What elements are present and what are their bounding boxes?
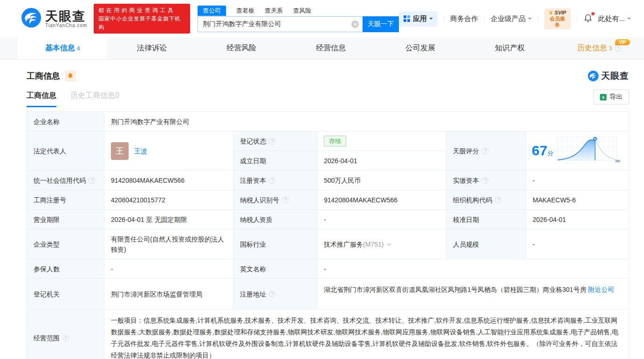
section-title: 工商信息: [27, 70, 60, 82]
tab-intellectual-property[interactable]: 知识产权: [465, 37, 555, 59]
field-value-reg-no: 420804210015772: [104, 190, 233, 210]
field-label-uscc: 统一社会信用代码?: [27, 171, 104, 190]
legal-rep-link[interactable]: 王波: [134, 146, 147, 156]
tab-history-info[interactable]: VIP 历史信息 3 ?: [555, 37, 644, 59]
search-input[interactable]: [198, 16, 363, 32]
monitor-bell-icon[interactable]: [65, 70, 76, 82]
help-icon[interactable]: ?: [269, 291, 275, 297]
search-tab-company[interactable]: 查公司: [198, 6, 226, 16]
help-icon[interactable]: ?: [495, 197, 501, 203]
field-label-paid-capital: 实缴资本?: [446, 171, 526, 190]
nav-enterprise-products[interactable]: 企业级产品: [491, 14, 532, 23]
table-row: 法定代表人 王 王波 登记状态? 存续 成立日期 2026-04-01 天眼评分…: [27, 131, 630, 171]
tianyancha-logo-icon: [21, 7, 41, 30]
score-value: 67: [532, 143, 547, 158]
field-value-legal-rep: 王 王波: [104, 131, 233, 171]
slogan-line-1: 都在用的商业查询工具: [98, 6, 185, 14]
search-tab-risk[interactable]: 查风险: [293, 7, 311, 15]
field-value-reg-status: 存续: [317, 131, 446, 151]
table-row: 参保人数 - 英文名称 -: [27, 259, 630, 279]
field-label-english-name: 英文名称: [233, 259, 317, 279]
field-label-reg-status: 登记状态?: [233, 131, 317, 151]
field-value-insured-count: -: [104, 259, 233, 279]
field-label-staff-size: 人员规模: [446, 229, 526, 259]
search-area: 查公司 查老板 查关系 查风险 ✕ 天眼一下: [198, 5, 399, 32]
field-label-industry: 国标行业: [233, 229, 317, 259]
divider: [538, 15, 538, 22]
field-label-approval-date: 核准日期: [446, 210, 526, 229]
tab-operational-risk[interactable]: 经营风险: [197, 37, 286, 59]
top-nav: 应用 商务合作 企业级产品 ♛ SVIP 会员服务 此处有...: [399, 8, 644, 29]
table-row: 经营范围? 一般项目：信息系统集成服务,计算机系统服务,技术服务、技术开发、技术…: [27, 310, 630, 359]
field-label-business-scope: 经营范围?: [27, 310, 104, 359]
score-distribution-chart: 0 1 3 15 50 85 97 99 100: [557, 136, 618, 166]
nearby-companies-link[interactable]: 附近公司: [588, 286, 614, 293]
help-icon[interactable]: ?: [482, 177, 488, 184]
search-tab-boss[interactable]: 查老板: [236, 7, 254, 15]
table-row: 营业期限 2026-04-01 至 无固定期限 纳税人资质 - 核准日期 202…: [27, 210, 630, 229]
table-row: 企业类型 有限责任公司(自然人投资或控股的法人独资) 国标行业 技术推广服务 (…: [27, 229, 630, 259]
field-value-est-date: 2026-04-01: [317, 151, 446, 171]
subtab-history-registration[interactable]: 历史工商信息0: [70, 91, 119, 107]
nav-user-menu[interactable]: 此处有...: [598, 14, 631, 23]
field-label-taxpayer-quality: 纳税人资质: [233, 210, 317, 229]
field-label-legal-rep: 法定代表人: [27, 131, 104, 171]
excel-icon: X: [600, 94, 607, 101]
field-label-reg-capital: 注册资本?: [233, 171, 317, 190]
help-icon[interactable]: ?: [269, 177, 275, 184]
tab-company-development[interactable]: 公司发展: [376, 37, 465, 59]
field-value-taxpayer-id: 91420804MAKAECW566: [317, 190, 446, 210]
search-tab-relation[interactable]: 查关系: [265, 7, 283, 15]
tab-legal-proceedings[interactable]: 法律诉讼: [107, 37, 197, 59]
tab-count: 3: [609, 45, 612, 52]
tab-basic-info[interactable]: 基本信息 4: [18, 37, 107, 59]
field-value-reg-address: 湖北省荆门市漳河新区双喜街道凤凰湖社区凤翔路1号凤栖岛（碧桂园三期）商业栋301…: [317, 279, 630, 310]
divider: [577, 15, 577, 22]
tab-count: 4: [77, 45, 80, 52]
chevron-down-icon[interactable]: [387, 241, 391, 246]
nav-cooperation[interactable]: 商务合作: [450, 14, 478, 23]
subtab-business-registration[interactable]: 工商信息: [27, 91, 56, 107]
help-icon[interactable]: ?: [482, 148, 488, 154]
help-icon[interactable]: ?: [62, 335, 69, 341]
divider: [444, 15, 444, 22]
field-label-reg-authority: 登记机关: [27, 279, 104, 310]
field-value-uscc: 91420804MAKAECW566: [104, 171, 233, 190]
tianyancha-watermark-logo: 天眼查: [588, 70, 629, 82]
legal-rep-avatar[interactable]: 王: [111, 142, 129, 160]
tianyancha-logo-icon: [588, 70, 599, 82]
field-value-company-type: 有限责任公司(自然人投资或控股的法人独资): [104, 229, 233, 259]
top-header: 天眼查 TianYanCha.com 都在用的商业查询工具 国家中小企业发展子基…: [0, 0, 644, 37]
field-label-reg-address: 注册地址?: [233, 279, 317, 310]
export-button[interactable]: X 导出: [593, 90, 629, 104]
table-row: 企业名称 荆门开鸿数字产业有限公司: [27, 112, 630, 131]
clear-search-icon[interactable]: ✕: [351, 21, 359, 28]
field-label-term: 营业期限: [27, 210, 104, 229]
svip-member-button[interactable]: ♛ SVIP 会员服务: [544, 8, 571, 29]
nav-apps[interactable]: 应用: [399, 11, 438, 27]
field-label-tyc-score: 天眼评分?: [446, 131, 526, 171]
help-icon[interactable]: ?: [282, 197, 288, 203]
tab-business-info[interactable]: 经营信息: [286, 37, 376, 59]
field-value-industry: 技术推广服务 (M751): [317, 229, 446, 259]
field-value-tyc-score: 67分: [526, 131, 630, 171]
table-row: 登记机关 荆门市漳河新区市场监督管理局 注册地址? 湖北省荆门市漳河新区双喜街道…: [27, 279, 630, 310]
notifications-bell-icon[interactable]: [583, 14, 593, 24]
field-value-business-scope: 一般项目：信息系统集成服务,计算机系统服务,技术服务、技术开发、技术咨询、技术交…: [104, 310, 630, 359]
help-icon[interactable]: ?: [269, 138, 275, 145]
company-tab-bar: 基本信息 4 法律诉讼 经营风险 经营信息 公司发展 知识产权 VIP 历史信息…: [0, 37, 644, 60]
table-row: 工商注册号 420804210015772 纳税人识别号? 91420804MA…: [27, 190, 630, 210]
search-button[interactable]: 天眼一下: [363, 16, 399, 32]
field-value-reg-authority: 荆门市漳河新区市场监督管理局: [104, 279, 233, 310]
field-label-reg-no: 工商注册号: [27, 190, 104, 210]
help-icon[interactable]: ?: [615, 45, 621, 52]
help-icon[interactable]: ?: [89, 177, 95, 184]
divider: [484, 15, 485, 22]
slogan-line-2: 国家中小企业发展子基金旗下机构: [98, 14, 185, 31]
field-value-term: 2026-04-01 至 无固定期限: [104, 210, 233, 229]
tianyancha-logo[interactable]: 天眼查 TianYanCha.com: [21, 7, 87, 30]
chevron-down-icon: [627, 18, 631, 21]
business-info-table: 企业名称 荆门开鸿数字产业有限公司 法定代表人 王 王波 登记状态? 存续 成立…: [27, 111, 630, 359]
field-label-company-type: 企业类型: [27, 229, 104, 259]
field-value-approval-date: 2026-04-01: [526, 210, 630, 229]
